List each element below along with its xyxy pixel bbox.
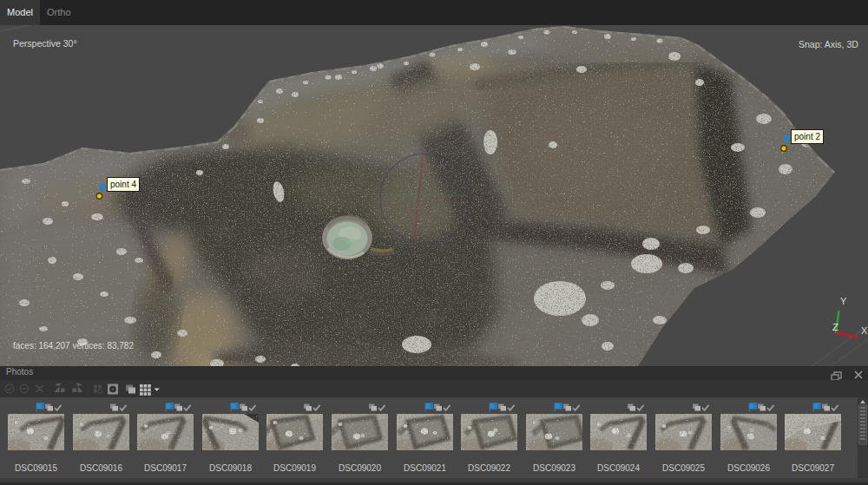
svg-text:Z: Z bbox=[832, 322, 838, 332]
svg-text:Y: Y bbox=[840, 296, 847, 306]
svg-text:X: X bbox=[861, 325, 868, 336]
